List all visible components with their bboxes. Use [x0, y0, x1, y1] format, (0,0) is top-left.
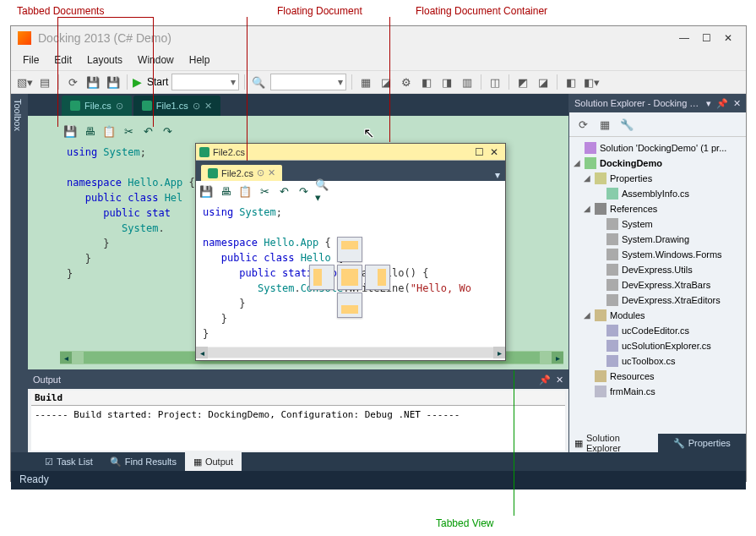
pin-icon[interactable]: ⊙: [116, 101, 123, 112]
tree-node[interactable]: DevExpress.XtraBars: [571, 277, 744, 293]
tool-icon[interactable]: ◧: [418, 74, 435, 90]
tree-node[interactable]: ◢DockingDemo: [571, 156, 744, 171]
start-icon[interactable]: ▶: [133, 75, 142, 89]
scroll-right-icon[interactable]: ▸: [552, 352, 563, 364]
sync-icon[interactable]: ⟳: [64, 74, 81, 90]
tree-node[interactable]: ucCodeEditor.cs: [571, 323, 744, 338]
tree-node[interactable]: AssemblyInfo.cs: [571, 186, 744, 201]
tool-icon[interactable]: ◫: [487, 74, 503, 90]
maximize-icon[interactable]: ☐: [471, 146, 487, 158]
tool-icon[interactable]: ◪: [535, 74, 552, 90]
open-icon[interactable]: ▤: [36, 74, 53, 90]
print-icon[interactable]: 🖶: [218, 183, 233, 199]
tool-icon[interactable]: ▦: [357, 74, 374, 90]
menu-window[interactable]: Window: [131, 52, 181, 68]
tab-output[interactable]: ▦ Output: [185, 452, 242, 471]
save-all-icon[interactable]: 💾: [105, 74, 122, 90]
paste-icon[interactable]: 📋: [101, 123, 117, 139]
tree-node[interactable]: ◢References: [571, 201, 744, 216]
tool-icon[interactable]: ⚙: [398, 74, 415, 90]
save-icon[interactable]: 💾: [63, 123, 78, 139]
tab-task-list[interactable]: ☑ Task List: [36, 452, 101, 471]
solution-explorer-header[interactable]: Solution Explorer - Docking D... ▾ 📌 ✕: [569, 94, 746, 112]
close-icon[interactable]: ✕: [556, 375, 563, 386]
tree-node[interactable]: ucToolbox.cs: [571, 353, 744, 369]
refresh-icon[interactable]: ⟳: [574, 116, 591, 133]
config-combo[interactable]: [171, 74, 239, 90]
expand-icon[interactable]: ◢: [583, 201, 591, 216]
menu-edit[interactable]: Edit: [47, 52, 79, 68]
tab-properties[interactable]: 🔧 Properties: [658, 434, 747, 452]
doc-tab-file1[interactable]: File1.cs ⊙ ✕: [133, 96, 220, 116]
floating-code-text[interactable]: using System; namespace Hello.App { publ…: [196, 201, 505, 345]
redo-icon[interactable]: ↷: [296, 183, 311, 199]
paste-icon[interactable]: 📋: [237, 183, 253, 199]
find-icon[interactable]: 🔍: [250, 74, 267, 90]
tool-icon[interactable]: ▥: [459, 74, 476, 90]
float-tab-file2[interactable]: File2.cs ⊙ ✕: [201, 165, 282, 181]
menu-file[interactable]: File: [16, 52, 46, 68]
floating-titlebar[interactable]: File2.cs ☐ ✕: [196, 144, 505, 161]
undo-icon[interactable]: ↶: [276, 183, 291, 199]
pin-icon[interactable]: ⊙: [193, 101, 200, 112]
expand-icon[interactable]: ◢: [583, 308, 591, 323]
tree-node[interactable]: DevExpress.Utils: [571, 262, 744, 277]
titlebar[interactable]: Docking 2013 (C# Demo) — ☐ ✕: [11, 26, 746, 50]
menu-layouts[interactable]: Layouts: [80, 52, 129, 68]
tab-find-results[interactable]: 🔍 Find Results: [101, 452, 185, 471]
output-header[interactable]: Output 📌 ✕: [28, 370, 568, 389]
scroll-track[interactable]: [208, 347, 493, 358]
close-tab-icon[interactable]: ✕: [204, 101, 212, 112]
dropdown-icon[interactable]: ▾: [706, 98, 711, 109]
menu-help[interactable]: Help: [182, 52, 217, 68]
tree-node[interactable]: System: [571, 216, 744, 232]
pin-icon[interactable]: 📌: [716, 98, 728, 109]
expand-icon[interactable]: ◢: [573, 156, 581, 171]
tool-icon[interactable]: ◪: [378, 74, 394, 90]
expand-icon[interactable]: ◢: [583, 171, 591, 186]
tree-node[interactable]: DevExpress.XtraEditors: [571, 293, 744, 308]
cut-icon[interactable]: ✂: [121, 123, 136, 139]
floating-scrollbar[interactable]: ◂ ▸: [196, 347, 505, 358]
redo-icon[interactable]: ↷: [160, 123, 175, 139]
tool-icon[interactable]: ◧: [563, 74, 579, 90]
tree-node[interactable]: System.Drawing: [571, 232, 744, 247]
properties-icon[interactable]: 🔧: [618, 116, 635, 133]
cut-icon[interactable]: ✂: [257, 183, 272, 199]
scroll-left-icon[interactable]: ◂: [196, 347, 208, 358]
tree-node[interactable]: System.Windows.Forms: [571, 247, 744, 262]
close-button[interactable]: ✕: [717, 30, 739, 46]
tab-solution-explorer[interactable]: ▦ Solution Explorer: [569, 434, 658, 452]
solution-tree[interactable]: Solution 'DockingDemo' (1 pr...◢DockingD…: [569, 137, 746, 434]
tree-node[interactable]: frmMain.cs: [571, 384, 744, 399]
floating-document-window[interactable]: File2.cs ☐ ✕ File2.cs ⊙ ✕ ▾ 💾 🖶 📋 ✂ ↶ ↷ …: [195, 143, 506, 361]
show-all-icon[interactable]: ▦: [596, 116, 613, 133]
tool-icon[interactable]: ◨: [438, 74, 455, 90]
print-icon[interactable]: 🖶: [82, 123, 97, 139]
tree-node[interactable]: ◢Properties: [571, 171, 744, 186]
tree-node[interactable]: ◢Modules: [571, 308, 744, 323]
toolbox-tab[interactable]: Toolbox: [11, 94, 28, 452]
scroll-left-icon[interactable]: ◂: [60, 352, 72, 364]
tree-node[interactable]: Resources: [571, 369, 744, 384]
save-icon[interactable]: 💾: [84, 74, 101, 90]
tree-label: DockingDemo: [600, 156, 662, 171]
new-icon[interactable]: ▧▾: [16, 74, 33, 90]
tool-icon[interactable]: ◩: [514, 74, 531, 90]
tree-node[interactable]: Solution 'DockingDemo' (1 pr...: [571, 140, 744, 156]
close-icon[interactable]: ✕: [733, 98, 741, 109]
doc-tab-file[interactable]: File.cs ⊙: [62, 96, 132, 116]
tree-node[interactable]: ucSolutionExplorer.cs: [571, 338, 744, 353]
pin-icon[interactable]: ⊙: [257, 167, 264, 178]
scroll-right-icon[interactable]: ▸: [493, 347, 505, 358]
pin-icon[interactable]: 📌: [539, 375, 551, 386]
find-combo[interactable]: [270, 74, 346, 90]
close-tab-icon[interactable]: ✕: [268, 167, 275, 178]
minimize-button[interactable]: —: [673, 30, 695, 46]
tab-dropdown-icon[interactable]: ▾: [495, 169, 500, 181]
close-icon[interactable]: ✕: [487, 146, 502, 158]
save-icon[interactable]: 💾: [199, 183, 214, 199]
maximize-button[interactable]: ☐: [695, 30, 717, 46]
tool-icon[interactable]: ◧▾: [583, 74, 600, 90]
search-icon[interactable]: 🔍▾: [315, 183, 330, 199]
